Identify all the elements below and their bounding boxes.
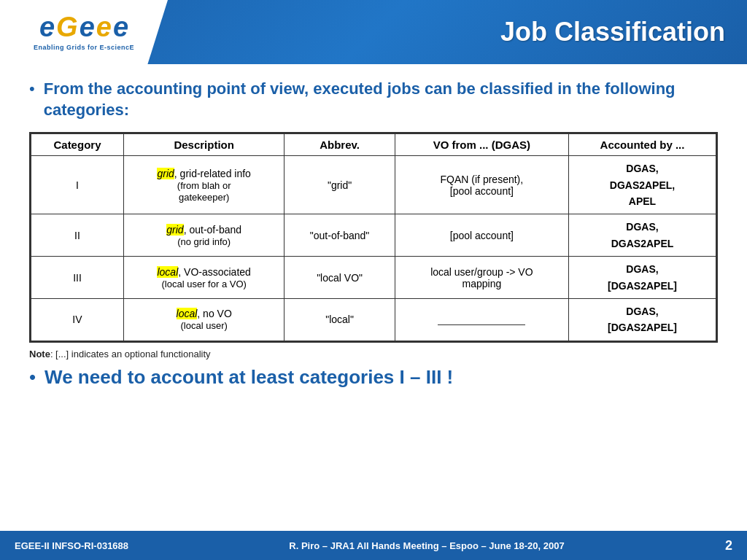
content-area: • From the accounting point of view, exe…: [0, 64, 747, 531]
logo-subtitle: Enabling Grids for E-sciencE: [34, 44, 134, 51]
logo-letter-e2: e: [80, 13, 95, 41]
egee-logo: e G e e e: [39, 13, 128, 41]
cell-accounted-II: DGAS,DGAS2APEL: [569, 214, 716, 257]
description-sub-III: (local user for a VO): [162, 279, 247, 289]
slide-title: Job Classification: [500, 17, 725, 47]
description-sub-I: (from blah orgatekeeper): [177, 180, 231, 203]
classification-table: Category Description Abbrev. VO from ...…: [31, 133, 716, 341]
logo-letter-e1: e: [39, 13, 55, 41]
cell-vo-III: local user/group -> VOmapping: [395, 257, 568, 299]
footer-page-number: 2: [725, 538, 732, 553]
highlight-grid-I: grid: [157, 168, 174, 179]
col-header-description: Description: [123, 134, 284, 156]
table-row-II: II grid, out-of-band (no grid info) "out…: [31, 214, 716, 257]
cell-vo-IV: [395, 298, 568, 341]
cell-vo-II: [pool account]: [395, 214, 568, 257]
highlight-grid-II: grid: [166, 224, 183, 236]
blank-line-IV: [438, 314, 525, 325]
col-header-abbrev: Abbrev.: [285, 134, 395, 156]
cell-category-II: II: [31, 214, 124, 257]
cell-abbrev-II: "out-of-band": [285, 214, 395, 257]
cell-category-I: I: [31, 156, 124, 214]
bullet-dot-2: •: [29, 365, 36, 390]
col-header-accounted-by: Accounted by ...: [569, 134, 716, 156]
cell-description-III: local, VO-associated (local user for a V…: [123, 257, 284, 299]
col-header-category: Category: [31, 134, 124, 156]
footer: EGEE-II INFSO-RI-031688 R. Piro – JRA1 A…: [0, 531, 747, 560]
cell-accounted-I: DGAS,DGAS2APEL,APEL: [569, 156, 716, 214]
logo-letter-e4: e: [113, 13, 128, 41]
header: e G e e e Enabling Grids for E-sciencE J…: [0, 0, 747, 64]
table-row-IV: IV local, no VO (local user) "local" DGA…: [31, 298, 716, 341]
cell-description-II: grid, out-of-band (no grid info): [123, 214, 284, 257]
bullet-text-2: We need to account at least categories I…: [44, 365, 453, 390]
bullet-dot-1: •: [29, 79, 35, 100]
logo-area: e G e e e Enabling Grids for E-sciencE: [0, 0, 168, 64]
cell-category-IV: IV: [31, 298, 124, 341]
highlight-local-III: local: [157, 266, 178, 278]
cell-accounted-III: DGAS,[DGAS2APEL]: [569, 257, 716, 299]
bullet-text-1: From the accounting point of view, execu…: [44, 79, 718, 120]
cell-description-IV: local, no VO (local user): [123, 298, 284, 341]
description-sub-II: (no grid info): [177, 236, 231, 247]
table-row-III: III local, VO-associated (local user for…: [31, 257, 716, 299]
logo-letter-e3: e: [96, 13, 112, 41]
cell-accounted-IV: DGAS,[DGAS2APEL]: [569, 298, 716, 341]
table-row-I: I grid, grid-related info (from blah org…: [31, 156, 716, 214]
cell-abbrev-IV: "local": [285, 298, 395, 341]
cell-abbrev-III: "local VO": [285, 257, 395, 299]
bullet-point-1: • From the accounting point of view, exe…: [29, 79, 718, 120]
table-note: Note: [...] indicates an optional functi…: [29, 349, 718, 359]
slide: e G e e e Enabling Grids for E-sciencE J…: [0, 0, 747, 560]
logo-letter-g: G: [56, 13, 78, 41]
col-header-vo-from: VO from ... (DGAS): [395, 134, 568, 156]
bullet-point-2: • We need to account at least categories…: [29, 365, 718, 390]
description-sub-IV: (local user): [181, 320, 228, 331]
footer-left-text: EGEE-II INFSO-RI-031688: [15, 540, 128, 551]
cell-description-I: grid, grid-related info (from blah orgat…: [123, 156, 284, 214]
classification-table-container: Category Description Abbrev. VO from ...…: [29, 132, 718, 343]
table-header-row: Category Description Abbrev. VO from ...…: [31, 134, 716, 156]
footer-center-text: R. Piro – JRA1 All Hands Meeting – Espoo…: [289, 540, 564, 551]
cell-vo-I: FQAN (if present),[pool account]: [395, 156, 568, 214]
header-title-area: Job Classification: [168, 0, 747, 64]
highlight-local-IV: local: [177, 308, 198, 319]
cell-abbrev-I: "grid": [285, 156, 395, 214]
cell-category-III: III: [31, 257, 124, 299]
